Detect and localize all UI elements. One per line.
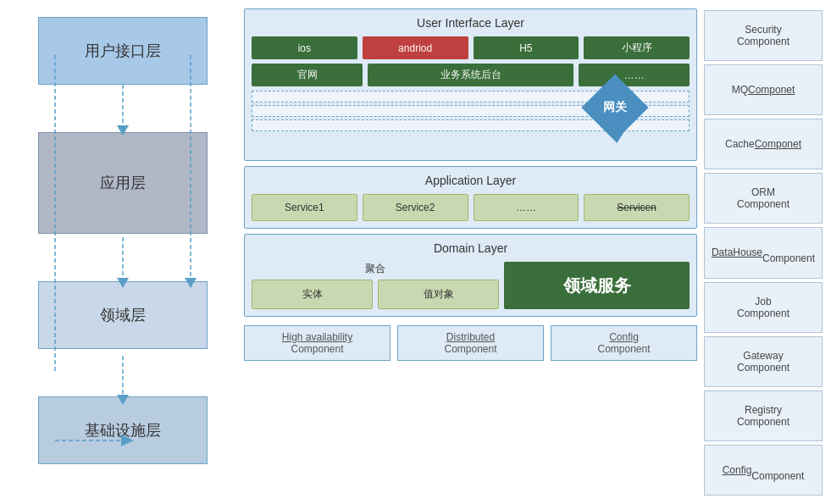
security-comp: SecurityComponent — [704, 10, 823, 61]
left-panel: 用户接口层 应用层 领域层 基础设施层 — [8, 8, 237, 496]
infra-layer-box: 基础设施层 — [38, 396, 208, 464]
domain-layer-block: Domain Layer 聚合 实体 值对象 领域服务 — [244, 234, 697, 317]
ui-layer-label: 用户接口层 — [85, 41, 161, 61]
datahouse-comp: DataHouseComponent — [704, 227, 823, 278]
orm-comp: ORMComponent — [704, 173, 823, 224]
servicen: Servicen — [584, 194, 690, 221]
domain-service: 领域服务 — [504, 262, 690, 309]
infra-layer-label: 基础设施层 — [85, 420, 161, 440]
main-container: 用户接口层 应用层 领域层 基础设施层 User Interface Layer… — [0, 0, 831, 504]
service1: Service1 — [252, 194, 357, 221]
ui-layer-box: 用户接口层 — [38, 17, 208, 85]
domain-layer-title: Domain Layer — [252, 241, 690, 255]
gateway-arrow-down — [610, 133, 623, 143]
domain-layer-box: 领域层 — [38, 281, 208, 349]
ui-row1: ios andriod H5 小程序 — [252, 36, 690, 59]
service2: Service2 — [363, 194, 468, 221]
bottom-components: High availabilityComponent DistributedCo… — [244, 325, 697, 361]
domain-layer-label: 领域层 — [100, 305, 146, 325]
ui-bizbackend: 业务系统后台 — [368, 64, 573, 86]
ui-h5: H5 — [474, 36, 579, 59]
app-layer-block: Application Layer Service1 Service2 …… S… — [244, 166, 697, 229]
ui-more: …… — [579, 64, 690, 86]
high-avail-label: High availability — [282, 331, 352, 343]
domain-value: 值对象 — [378, 280, 499, 309]
service-row: Service1 Service2 …… Servicen — [252, 194, 690, 221]
distributed-comp: DistributedComponent — [397, 325, 544, 361]
config-comp-right: ConfigComponent — [704, 445, 823, 496]
domain-entity: 实体 — [252, 280, 373, 309]
gateway-comp: GatewayComponent — [704, 336, 823, 387]
ui-android: andriod — [363, 36, 468, 59]
distributed-label: Distributed — [446, 331, 495, 343]
middle-panel: User Interface Layer ios andriod H5 小程序 … — [244, 8, 697, 496]
job-comp: JobComponent — [704, 282, 823, 333]
app-layer-box: 应用层 — [38, 132, 208, 234]
gateway-label: 网关 — [603, 100, 627, 115]
config-label: Config — [609, 331, 639, 343]
right-panel: SecurityComponent MQComponet CacheCompon… — [704, 8, 823, 496]
ui-layer-block: User Interface Layer ios andriod H5 小程序 … — [244, 8, 697, 161]
gateway-arrow-up — [610, 75, 623, 86]
ui-miniapp: 小程序 — [584, 36, 690, 59]
domain-content: 聚合 实体 值对象 领域服务 — [252, 262, 690, 309]
domain-left: 聚合 实体 值对象 — [252, 262, 499, 309]
service-dots: …… — [474, 194, 579, 221]
registry-comp: RegistryComponent — [704, 390, 823, 441]
cache-comp: CacheComponet — [704, 119, 823, 169]
app-layer-label: 应用层 — [100, 173, 146, 193]
config-comp-bottom: ConfigComponent — [551, 325, 697, 361]
app-layer-title: Application Layer — [252, 174, 690, 187]
ui-ios: ios — [252, 36, 357, 59]
ui-layer-title: User Interface Layer — [252, 16, 690, 30]
mq-comp: MQComponet — [704, 64, 823, 115]
high-avail-comp: High availabilityComponent — [244, 325, 391, 361]
ui-website: 官网 — [252, 64, 363, 86]
domain-items-row: 实体 值对象 — [252, 280, 499, 309]
juh-label: 聚合 — [252, 262, 499, 276]
